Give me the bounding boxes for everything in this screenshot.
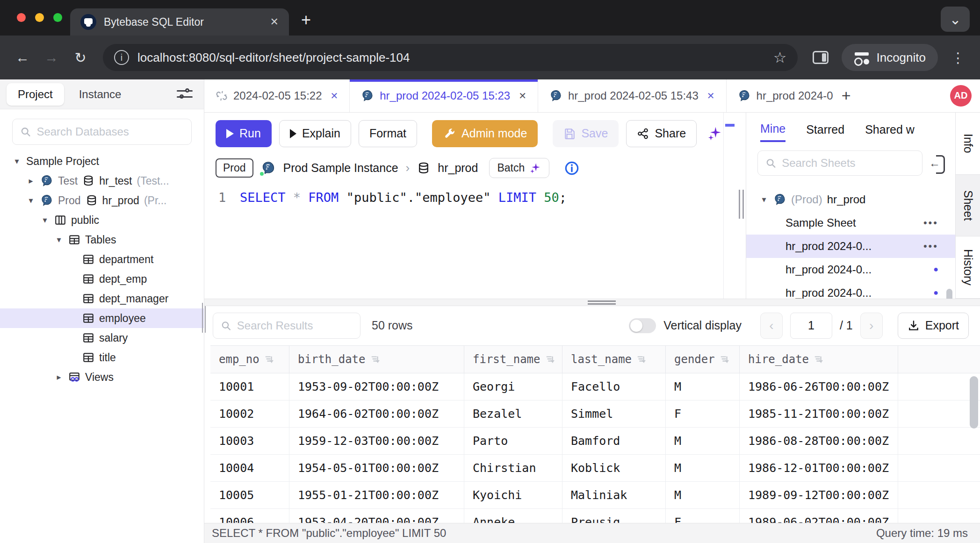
database-search-input[interactable] (36, 125, 184, 138)
browser-tab[interactable]: Bytebase SQL Editor ✕ (70, 8, 289, 36)
window-close-button[interactable] (17, 13, 26, 22)
sort-icon[interactable] (814, 354, 824, 364)
sidebar-resize-handle[interactable] (202, 303, 206, 333)
caret-down-icon[interactable]: ▾ (759, 194, 769, 205)
export-button[interactable]: Export (898, 313, 969, 339)
caret-down-icon[interactable]: ▾ (26, 195, 36, 206)
prev-page-button[interactable]: ‹ (760, 313, 783, 339)
sheet-list-item[interactable]: Sample Sheet ••• (746, 211, 955, 235)
cell-birth-date[interactable]: 1955-01-21T00:00:00Z (289, 482, 464, 508)
tab-shared[interactable]: Shared w (865, 123, 915, 141)
cell-emp-no[interactable]: 10001 (210, 373, 289, 400)
sheet-tab-3[interactable]: hr_prod 2024-02-05 15:43 ✕ (538, 79, 727, 112)
close-tab-icon[interactable]: ✕ (707, 90, 715, 101)
tree-item-employee[interactable]: employee (0, 308, 204, 328)
tab-search-chevron-button[interactable]: ⌄ (941, 7, 970, 32)
environment-chip[interactable]: Prod (216, 158, 253, 178)
tab-project[interactable]: Project (7, 83, 64, 106)
cell-gender[interactable]: M (666, 455, 740, 481)
bookmark-star-icon[interactable]: ☆ (773, 49, 787, 66)
tab-mine[interactable]: Mine (760, 122, 785, 142)
sheet-search-input[interactable] (782, 157, 915, 170)
ai-assistant-icon[interactable] (707, 126, 723, 142)
cell-birth-date[interactable]: 1953-09-02T00:00:00Z (289, 373, 464, 400)
table-row[interactable]: 10003 1959-12-03T00:00:00Z Parto Bamford… (210, 428, 980, 455)
cell-last-name[interactable]: Preusig (562, 509, 666, 523)
cell-first-name[interactable]: Kyoichi (464, 482, 562, 508)
cell-hire-date[interactable]: 1986-12-01T00:00:00Z (740, 455, 898, 481)
caret-down-icon[interactable]: ▾ (40, 215, 50, 225)
admin-mode-button[interactable]: Admin mode (432, 120, 538, 147)
table-row[interactable]: 10005 1955-01-21T00:00:00Z Kyoichi Malin… (210, 482, 980, 509)
sheet-list-item[interactable]: hr_prod 2024-0... ● (746, 281, 955, 299)
tree-item-hr-test[interactable]: ▸ Test hr_test (Test... (0, 171, 204, 191)
cell-last-name[interactable]: Bamford (562, 428, 666, 454)
table-row[interactable]: 10004 1954-05-01T00:00:00Z Chirstian Kob… (210, 455, 980, 482)
caret-down-icon[interactable]: ▾ (12, 156, 22, 166)
cell-last-name[interactable]: Koblick (562, 455, 666, 481)
tree-item-hr-prod[interactable]: ▾ Prod hr_prod (Pr... (0, 191, 204, 210)
sort-icon[interactable] (545, 354, 555, 364)
tree-item-dept-emp[interactable]: dept_emp (0, 269, 204, 289)
cell-emp-no[interactable]: 10004 (210, 455, 289, 481)
table-row[interactable]: 10001 1953-09-02T00:00:00Z Georgi Facell… (210, 373, 980, 400)
reload-button[interactable]: ↻ (68, 45, 93, 70)
page-number-input[interactable] (790, 313, 832, 339)
divider-grab-handle[interactable] (588, 300, 616, 305)
close-tab-icon[interactable]: ✕ (331, 90, 339, 101)
sort-icon[interactable] (636, 354, 647, 364)
save-button[interactable]: Save (553, 120, 619, 147)
tab-sheet[interactable]: Sheet (956, 175, 980, 237)
cell-hire-date[interactable]: 1986-08-28T00:00:00Z (740, 428, 898, 454)
run-button[interactable]: Run (216, 120, 272, 147)
more-menu-icon[interactable]: ••• (923, 217, 938, 229)
sql-editor[interactable]: 1 SELECT * FROM "public"."employee" LIMI… (204, 184, 723, 299)
cell-emp-no[interactable]: 10006 (210, 509, 289, 523)
window-maximize-button[interactable] (53, 13, 62, 22)
close-tab-icon[interactable]: ✕ (519, 90, 526, 101)
horizontal-divider[interactable] (204, 299, 980, 306)
tab-history[interactable]: History (956, 236, 980, 299)
sort-icon[interactable] (720, 354, 730, 364)
sheet-tab-2-active[interactable]: hr_prod 2024-02-05 15:23 ✕ (350, 79, 538, 112)
column-header-emp-no[interactable]: emp_no (210, 346, 289, 373)
user-avatar[interactable]: AD (950, 85, 972, 107)
explain-button[interactable]: Explain (279, 120, 351, 147)
forward-button[interactable]: → (39, 45, 64, 70)
sheet-tab-1[interactable]: 2024-02-05 15:22 ✕ (204, 79, 350, 112)
caret-right-icon[interactable]: ▸ (54, 372, 64, 382)
sort-icon[interactable] (370, 354, 381, 364)
new-tab-button[interactable]: + (301, 10, 311, 30)
cell-emp-no[interactable]: 10005 (210, 482, 289, 508)
vertical-display-toggle[interactable] (629, 318, 656, 333)
cell-gender[interactable]: M (666, 482, 740, 508)
tree-item-views-group[interactable]: ▸ Views (0, 367, 204, 387)
panel-resize-handle[interactable] (736, 113, 746, 299)
sheet-list-item-clipped[interactable]: hr_prod 2024-0... (746, 182, 955, 188)
cell-last-name[interactable]: Simmel (562, 400, 666, 427)
caret-right-icon[interactable]: ▸ (26, 176, 36, 186)
cell-emp-no[interactable]: 10003 (210, 428, 289, 454)
caret-down-icon[interactable]: ▾ (54, 235, 64, 245)
more-menu-icon[interactable]: ••• (923, 240, 938, 252)
cell-birth-date[interactable]: 1959-12-03T00:00:00Z (289, 428, 464, 454)
info-icon[interactable] (564, 161, 579, 176)
tree-item-title[interactable]: title (0, 348, 204, 367)
column-header-gender[interactable]: gender (666, 346, 740, 373)
sheet-list-item[interactable]: hr_prod 2024-0... ● (746, 258, 955, 281)
cell-last-name[interactable]: Facello (562, 373, 666, 400)
tab-instance[interactable]: Instance (68, 83, 133, 106)
column-header-first-name[interactable]: first_name (464, 346, 562, 373)
column-header-hire-date[interactable]: hire_date (740, 346, 898, 373)
cell-gender[interactable]: F (666, 509, 740, 523)
share-button[interactable]: Share (626, 120, 697, 147)
address-bar[interactable]: i localhost:8080/sql-editor/sheet/projec… (103, 44, 798, 71)
filter-settings-icon[interactable] (177, 88, 193, 101)
cell-gender[interactable]: M (666, 373, 740, 400)
next-page-button[interactable]: › (860, 313, 883, 339)
cell-gender[interactable]: F (666, 400, 740, 427)
sheet-tab-4[interactable]: hr_prod 2024-0 (727, 79, 833, 112)
database-search[interactable] (12, 119, 192, 145)
sheet-list-item-selected[interactable]: hr_prod 2024-0... ••• (746, 235, 955, 258)
results-search-input[interactable] (237, 319, 353, 332)
